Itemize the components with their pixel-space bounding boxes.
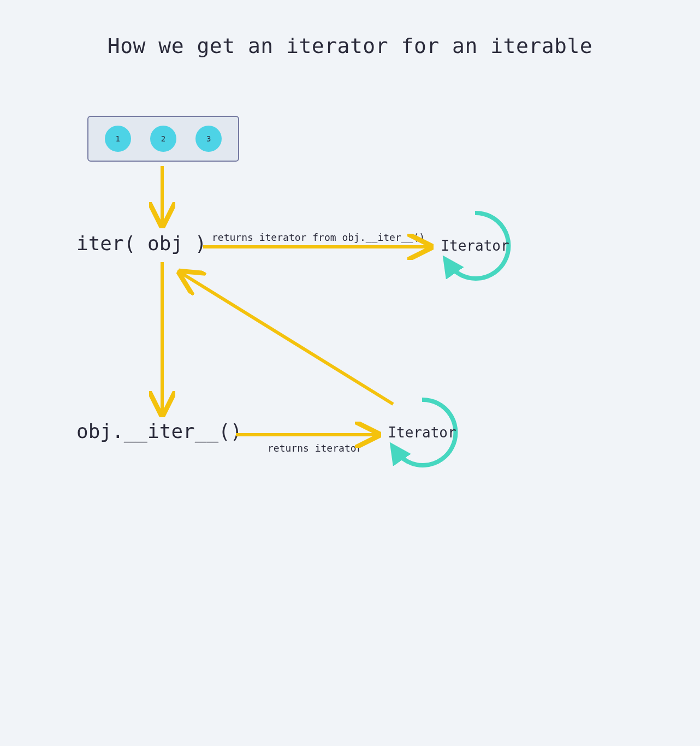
iterable-item: 2 (150, 126, 176, 152)
iterator-badge: Iterator (384, 394, 460, 471)
iterable-box: 1 2 3 (87, 116, 239, 162)
iterable-item: 1 (105, 126, 131, 152)
iterable-item: 3 (195, 126, 222, 152)
iterator-label: Iterator (384, 394, 460, 471)
iter-call-node: iter( obj ) (76, 232, 206, 254)
svg-line-4 (181, 273, 393, 404)
dunder-iter-node: obj.__iter__() (76, 420, 242, 442)
iterator-badge: Iterator (437, 208, 513, 284)
diagram-title: How we get an iterator for an iterable (0, 34, 700, 58)
arrow-caption-iter-to-iterator: returns iterator from obj.__iter__() (212, 232, 425, 243)
arrow-layer (0, 0, 700, 746)
arrow-caption-dunder-to-iterator: returns iterator (268, 442, 362, 454)
iterator-label: Iterator (437, 208, 513, 284)
